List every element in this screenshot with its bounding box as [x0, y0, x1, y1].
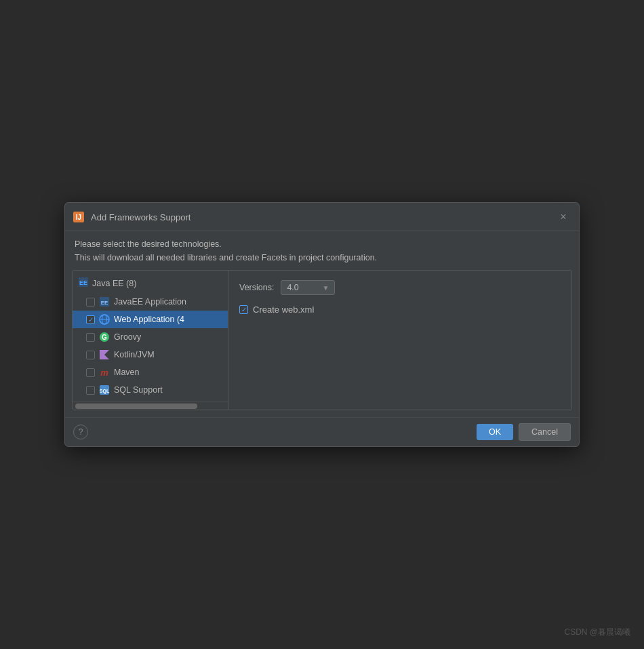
svg-text:m: m	[100, 368, 108, 378]
create-xml-row: ✓ Create web.xml	[239, 304, 561, 315]
checkbox-create-xml[interactable]: ✓	[239, 305, 248, 314]
tree-group-label: EE Java EE (8)	[73, 273, 228, 293]
svg-marker-11	[100, 350, 109, 359]
right-panel: Versions: 4.0 ▼ ✓ Create web.xml	[228, 271, 571, 410]
tree-item-sql-support[interactable]: SQL SQL Support	[73, 381, 228, 399]
tree-content: EE Java EE (8) EE JavaEE Application	[73, 271, 228, 401]
create-xml-label: Create web.xml	[253, 304, 314, 315]
svg-text:EE: EE	[79, 279, 87, 286]
tree-item-kotlin-jvm[interactable]: Kotlin/JVM	[73, 346, 228, 363]
version-select-dropdown[interactable]: 4.0 ▼	[281, 280, 335, 295]
scrollbar-thumb[interactable]	[75, 404, 197, 409]
tree-item-javaee-application[interactable]: EE JavaEE Application	[73, 293, 228, 311]
svg-text:IJ: IJ	[76, 214, 81, 221]
help-button[interactable]: ?	[73, 425, 88, 439]
javaee-app-icon: EE	[99, 296, 110, 307]
webapp-icon	[99, 314, 110, 325]
ok-button[interactable]: OK	[477, 424, 513, 440]
sql-icon: SQL	[99, 385, 110, 395]
dialog-description: Please select the desired technologies. …	[65, 231, 579, 270]
dropdown-arrow-icon: ▼	[323, 284, 329, 292]
dialog-footer: ? OK Cancel	[65, 417, 579, 446]
checkbox-web-application[interactable]: ✓	[86, 315, 95, 324]
tree-item-maven[interactable]: m Maven	[73, 363, 228, 381]
javaee-group-icon: EE	[78, 277, 89, 290]
kotlin-icon	[99, 349, 110, 360]
svg-text:G: G	[102, 334, 107, 341]
dialog-body: EE Java EE (8) EE JavaEE Application	[72, 270, 572, 410]
versions-label: Versions:	[239, 283, 274, 292]
groovy-icon: G	[99, 332, 110, 342]
tree-item-web-application[interactable]: ✓ Web Application (4	[73, 311, 228, 328]
tree-item-groovy[interactable]: G Groovy	[73, 328, 228, 346]
dialog-icon: IJ	[72, 210, 85, 224]
maven-icon: m	[99, 367, 110, 378]
svg-text:SQL: SQL	[100, 389, 110, 394]
watermark: CSDN @暮晨谒曦	[564, 627, 630, 638]
checkbox-groovy[interactable]	[86, 333, 95, 342]
horizontal-scrollbar[interactable]	[73, 401, 228, 410]
svg-text:EE: EE	[101, 300, 108, 306]
checkbox-javaee-application[interactable]	[86, 298, 95, 307]
versions-row: Versions: 4.0 ▼	[239, 280, 561, 295]
dialog-titlebar: IJ Add Frameworks Support ×	[65, 203, 579, 231]
checkbox-maven[interactable]	[86, 368, 95, 377]
cancel-button[interactable]: Cancel	[519, 423, 571, 441]
checkbox-kotlin-jvm[interactable]	[86, 351, 95, 359]
dialog-title: Add Frameworks Support	[91, 212, 550, 222]
add-frameworks-dialog: IJ Add Frameworks Support × Please selec…	[64, 202, 580, 447]
version-value: 4.0	[287, 283, 319, 292]
close-button[interactable]: ×	[556, 210, 571, 224]
checkbox-sql-support[interactable]	[86, 386, 95, 395]
left-panel: EE Java EE (8) EE JavaEE Application	[73, 271, 228, 410]
